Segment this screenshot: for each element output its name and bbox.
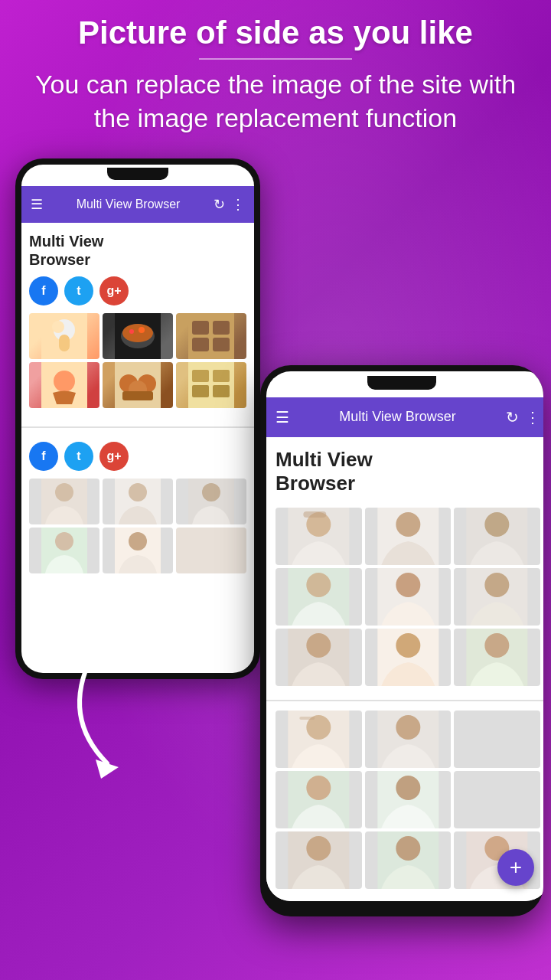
phone1-bottom-grid-bottom (29, 528, 246, 573)
phone2-refresh-icon[interactable]: ↻ (506, 408, 519, 426)
svg-rect-11 (213, 321, 230, 335)
phone1-more-icon[interactable]: ⋮ (231, 196, 245, 213)
phone2-person7 (276, 629, 362, 686)
phone1-app-title: Multi ViewBrowser (29, 232, 246, 269)
fab-button[interactable]: + (497, 849, 534, 886)
svg-point-27 (55, 483, 73, 501)
phone1-gp-btn[interactable]: g+ (99, 276, 129, 305)
phone-1: ☰ Multi View Browser ↻ ⋮ Multi ViewBrows… (15, 158, 260, 679)
svg-point-52 (396, 633, 420, 658)
phone1-food-grid-top (29, 313, 246, 359)
phone2-person-grid-1 (276, 508, 540, 565)
svg-point-65 (306, 836, 331, 861)
phone2-appbar-title: Multi View Browser (295, 409, 500, 425)
phone1-bottom-img2 (103, 479, 173, 524)
phone1-fb-btn[interactable]: f (29, 276, 58, 305)
phone2-replaced6 (454, 771, 540, 828)
svg-point-44 (306, 573, 331, 597)
phone1-inner: ☰ Multi View Browser ↻ ⋮ Multi ViewBrows… (21, 165, 254, 673)
phone1-social-row: f t g+ (29, 276, 246, 305)
phone1-img-cookies (176, 313, 246, 359)
arrow-container (46, 641, 214, 794)
phone2-more-icon[interactable]: ⋮ (525, 408, 540, 426)
phone1-bottom-fb-btn[interactable]: f (29, 442, 58, 471)
phone2-replaced8 (365, 831, 452, 889)
svg-point-7 (129, 329, 134, 334)
phone1-img-bowl (103, 313, 173, 359)
svg-rect-25 (213, 385, 230, 397)
svg-point-50 (306, 633, 331, 658)
svg-point-31 (202, 483, 220, 501)
phone1-bottom-social-row: f t g+ (29, 442, 246, 471)
phone2-menu-icon[interactable]: ☰ (276, 408, 289, 426)
phone2-person-grid-2 (276, 568, 540, 626)
svg-point-6 (122, 324, 153, 342)
phone1-divider (21, 426, 254, 428)
phone2-notch (367, 376, 436, 390)
phone2-person2 (365, 508, 452, 565)
phone2-person8 (365, 629, 452, 686)
phone1-bottom-img5 (103, 528, 173, 573)
phone2-replaced2 (365, 710, 452, 768)
phone1-bottom-content: f t g+ (21, 434, 254, 584)
phone1-refresh-icon[interactable]: ↻ (214, 196, 225, 213)
phone2-replaced-grid-1 (276, 710, 540, 768)
phone2-person5 (365, 568, 452, 626)
svg-point-67 (396, 836, 420, 861)
phone1-img-icecream (29, 313, 99, 359)
phone2-person1 (276, 508, 362, 565)
svg-point-42 (485, 512, 510, 537)
phone2-replaced5 (365, 771, 452, 828)
phone2-appbar: ☰ Multi View Browser ↻ ⋮ (266, 397, 543, 437)
svg-rect-38 (303, 511, 326, 518)
phone2-replaced7 (276, 831, 362, 889)
phone2-replaced-grid-2 (276, 771, 540, 828)
phone1-bottom-gp-btn[interactable]: g+ (99, 442, 129, 471)
svg-rect-13 (213, 338, 230, 351)
phone2-replaced4 (276, 771, 362, 828)
phone-2: ☰ Multi View Browser ↻ ⋮ Multi ViewBrows… (260, 365, 543, 916)
phone1-top-content: Multi ViewBrowser f t g+ (21, 223, 254, 420)
svg-point-63 (396, 776, 420, 800)
svg-rect-9 (188, 313, 234, 359)
phone1-img-muffins (103, 362, 173, 408)
phone1-appbar-title: Multi View Browser (49, 198, 207, 211)
svg-rect-2 (59, 335, 70, 351)
main-title: Picture of side as you like (31, 15, 520, 51)
svg-point-35 (129, 532, 147, 550)
svg-rect-57 (299, 717, 315, 720)
phone1-bottom-img4 (29, 528, 99, 573)
svg-point-61 (306, 776, 331, 800)
phone1-img-brownies (176, 362, 246, 408)
title-divider (199, 58, 352, 60)
phone2-person9 (454, 629, 540, 686)
phone2-top-content: Multi ViewBrowser (266, 437, 543, 700)
phone1-bottom-img6 (176, 528, 246, 573)
svg-point-54 (485, 633, 510, 658)
phone1-tw-btn[interactable]: t (64, 276, 93, 305)
phone2-inner: ☰ Multi View Browser ↻ ⋮ Multi ViewBrows… (266, 371, 543, 901)
svg-point-33 (55, 532, 73, 550)
svg-point-8 (139, 327, 145, 333)
phone1-food-grid-bottom (29, 362, 246, 408)
phone2-person-grid-3 (276, 629, 540, 686)
phone2-person6 (454, 568, 540, 626)
svg-rect-22 (192, 370, 209, 382)
svg-rect-10 (192, 321, 209, 335)
phone1-appbar: ☰ Multi View Browser ↻ ⋮ (21, 186, 254, 223)
phone1-bottom-tw-btn[interactable]: t (64, 442, 93, 471)
subtitle: You can replace the image of the site wi… (31, 67, 520, 135)
phone2-person4 (276, 568, 362, 626)
phone2-app-title: Multi ViewBrowser (276, 448, 540, 495)
phone1-bottom-grid-top (29, 479, 246, 524)
svg-point-46 (396, 573, 420, 597)
phone1-img-cupcake (29, 362, 99, 408)
svg-point-59 (396, 715, 420, 740)
phone1-menu-icon[interactable]: ☰ (31, 196, 43, 213)
phone1-bottom-img1 (29, 479, 99, 524)
svg-point-29 (129, 483, 147, 501)
phone2-person3 (454, 508, 540, 565)
phone1-bottom-img3 (176, 479, 246, 524)
svg-point-40 (396, 512, 420, 537)
svg-point-48 (485, 573, 510, 597)
